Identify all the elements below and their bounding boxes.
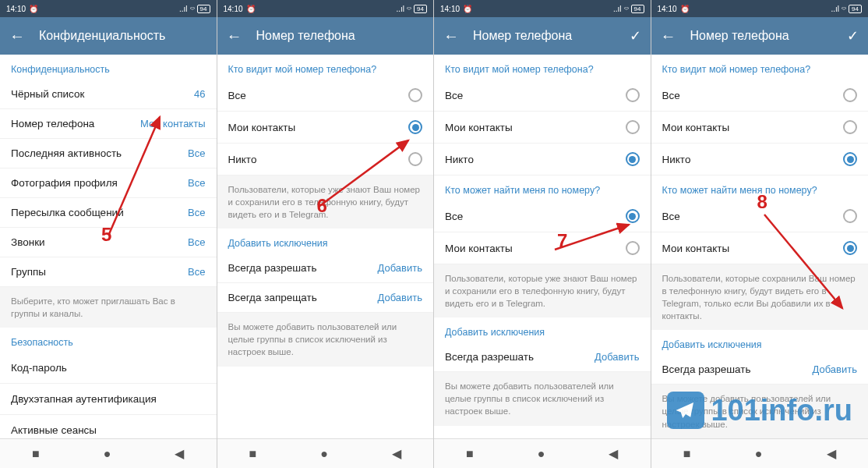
row-value: Все: [188, 177, 205, 189]
option-everyone[interactable]: Все: [434, 80, 651, 112]
hint-exceptions: Вы можете добавить пользователей или цел…: [217, 313, 434, 366]
option-find-everyone[interactable]: Все: [651, 200, 869, 232]
phone-1: 14:10⏰ ..ıl⌔94 ← Конфиденциальность Конф…: [0, 0, 217, 468]
row-lastseen[interactable]: Последняя активностьВсе: [0, 139, 217, 168]
check-icon[interactable]: ✓: [630, 27, 641, 44]
option-find-everyone[interactable]: Все: [434, 200, 651, 232]
back-icon[interactable]: ←: [9, 27, 25, 45]
row-always-allow[interactable]: Всегда разрешатьДобавить: [217, 254, 434, 283]
row-always-allow[interactable]: Всегда разрешатьДобавить: [651, 355, 869, 385]
row-calls[interactable]: ЗвонкиВсе: [0, 228, 217, 257]
nav-recents-icon[interactable]: ■: [466, 447, 474, 461]
option-label: Мои контакты: [445, 243, 513, 254]
row-value: 46: [194, 88, 205, 100]
signal-icon: ..ıl: [397, 5, 405, 13]
page-title: Конфиденциальность: [39, 29, 207, 43]
row-label: Всегда запрещать: [228, 292, 317, 303]
radio-icon: [626, 209, 640, 223]
nav-recents-icon[interactable]: ■: [249, 447, 257, 461]
section-whofinds: Кто может найти меня по номеру?: [434, 176, 651, 200]
navbar: ■ ● ◀: [217, 438, 434, 468]
alarm-icon: ⏰: [29, 5, 38, 13]
signal-icon: ..ıl: [831, 5, 840, 13]
row-value: Все: [188, 207, 205, 218]
row-label: Чёрный список: [11, 88, 84, 100]
row-blacklist[interactable]: Чёрный список46: [0, 80, 217, 109]
section-exceptions: Добавить исключения: [651, 330, 869, 355]
row-passcode[interactable]: Код-пароль: [0, 353, 217, 384]
row-label: Всегда разрешать: [662, 363, 751, 375]
nav-recents-icon[interactable]: ■: [683, 447, 691, 461]
nav-home-icon[interactable]: ●: [320, 447, 328, 461]
option-label: Мои контакты: [445, 122, 513, 133]
alarm-icon: ⏰: [680, 5, 690, 13]
radio-icon: [843, 152, 857, 166]
status-time: 14:10: [6, 5, 26, 13]
page-title: Номер телефона: [690, 29, 834, 43]
option-find-contacts[interactable]: Мои контакты: [651, 232, 869, 264]
option-label: Все: [662, 90, 680, 101]
nav-home-icon[interactable]: ●: [538, 447, 545, 461]
nav-recents-icon[interactable]: ■: [32, 447, 40, 461]
check-icon[interactable]: ✓: [847, 27, 859, 44]
row-value: Добавить: [813, 363, 857, 375]
nav-back-icon[interactable]: ◀: [827, 446, 836, 461]
back-icon[interactable]: ←: [661, 27, 676, 45]
row-phone[interactable]: Номер телефонаМои контакты: [0, 109, 217, 139]
back-icon[interactable]: ←: [443, 27, 459, 45]
option-label: Мои контакты: [662, 122, 730, 133]
option-nobody[interactable]: Никто: [434, 144, 651, 176]
option-nobody[interactable]: Никто: [651, 144, 869, 176]
nav-home-icon[interactable]: ●: [755, 447, 763, 461]
navbar: ■ ● ◀: [0, 438, 217, 468]
row-label: Звонки: [11, 236, 45, 248]
option-everyone[interactable]: Все: [651, 80, 869, 112]
section-exceptions: Добавить исключения: [434, 317, 651, 342]
row-twostep[interactable]: Двухэтапная аутентификация: [0, 384, 217, 415]
row-label: Фотография профиля: [11, 177, 118, 189]
row-label: Всегда разрешать: [228, 262, 317, 274]
header: ← Номер телефона: [217, 17, 434, 55]
back-icon[interactable]: ←: [227, 27, 242, 45]
section-exceptions: Добавить исключения: [217, 229, 434, 254]
row-value: Добавить: [378, 292, 422, 303]
status-time: 14:10: [658, 5, 677, 13]
option-nobody[interactable]: Никто: [217, 144, 434, 176]
row-photo[interactable]: Фотография профиляВсе: [0, 168, 217, 198]
option-contacts[interactable]: Мои контакты: [217, 112, 434, 144]
status-time: 14:10: [440, 5, 460, 13]
option-contacts[interactable]: Мои контакты: [434, 112, 651, 144]
option-find-contacts[interactable]: Мои контакты: [434, 232, 651, 264]
nav-back-icon[interactable]: ◀: [175, 446, 184, 461]
row-groups[interactable]: ГруппыВсе: [0, 257, 217, 287]
section-privacy: Конфиденциальность: [0, 55, 217, 80]
row-always-deny[interactable]: Всегда запрещатьДобавить: [217, 283, 434, 313]
battery-icon: 94: [849, 5, 862, 13]
battery-icon: 94: [631, 5, 644, 13]
option-label: Все: [445, 211, 463, 222]
section-whosees: Кто видит мой номер телефона?: [651, 55, 869, 80]
hint-exceptions: Вы можете добавить пользователей или цел…: [434, 372, 651, 425]
option-everyone[interactable]: Все: [217, 80, 434, 112]
section-whosees: Кто видит мой номер телефона?: [434, 55, 651, 80]
statusbar: 14:10⏰ ..ıl⌔94: [651, 0, 869, 17]
hint-whosees: Пользователи, которые уже знают Ваш номе…: [217, 176, 434, 229]
page-title: Номер телефона: [256, 29, 425, 43]
hint-whofinds: Пользователи, которые уже знают Ваш номе…: [434, 264, 651, 317]
option-contacts[interactable]: Мои контакты: [651, 112, 869, 144]
battery-icon: 94: [197, 5, 210, 13]
row-label: Всегда разрешать: [445, 351, 534, 363]
radio-icon: [843, 88, 857, 102]
section-whosees: Кто видит мой номер телефона?: [217, 55, 434, 80]
option-label: Все: [445, 90, 463, 101]
nav-back-icon[interactable]: ◀: [392, 446, 401, 461]
nav-home-icon[interactable]: ●: [104, 447, 111, 461]
nav-back-icon[interactable]: ◀: [609, 446, 618, 461]
hint-whofinds: Пользователи, которые сохранили Ваш номе…: [651, 264, 869, 330]
row-value: Все: [188, 266, 205, 278]
row-value: Добавить: [595, 351, 639, 363]
radio-icon: [843, 241, 857, 255]
row-always-allow[interactable]: Всегда разрешатьДобавить: [434, 342, 651, 372]
row-value: Все: [188, 147, 205, 159]
row-forward[interactable]: Пересылка сообщенийВсе: [0, 198, 217, 228]
